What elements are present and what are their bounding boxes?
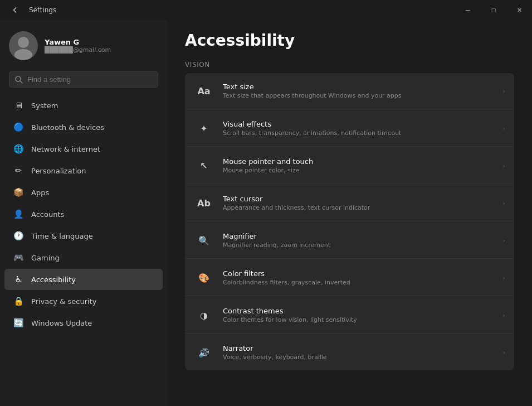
contrast-themes-desc: Color themes for low vision, light sensi… [223,316,494,323]
mouse-pointer-icon: ↖ [194,156,214,176]
title-bar-left: Settings [7,0,56,20]
svg-line-4 [20,81,22,83]
maximize-button[interactable]: □ [481,0,506,20]
accessibility-icon: ♿ [13,274,23,284]
visual-effects-text: Visual effects Scroll bars, transparency… [223,120,494,137]
svg-point-1 [18,37,29,48]
sidebar-item-label-personalization: Personalization [31,167,86,175]
sidebar-item-label-system: System [31,102,58,110]
narrator-icon: 🔊 [194,342,214,362]
sidebar-item-bluetooth[interactable]: 🔵 Bluetooth & devices [4,117,163,138]
windows-update-icon: 🔄 [13,318,23,328]
text-size-chevron: › [503,88,505,95]
settings-item-mouse-pointer[interactable]: ↖ Mouse pointer and touch Mouse pointer … [185,148,514,184]
narrator-chevron: › [503,349,505,356]
mouse-pointer-title: Mouse pointer and touch [223,157,494,166]
section-label: Vision [185,61,514,69]
user-info: Yawen G ██████@gmail.com [45,38,111,54]
app-body: Yawen G ██████@gmail.com 🖥 System 🔵 Blue… [0,20,532,406]
text-size-text: Text size Text size that appears through… [223,83,494,99]
sidebar-item-label-accounts: Accounts [31,210,64,219]
system-icon: 🖥 [13,100,23,110]
time-icon: 🕐 [13,231,23,241]
sidebar-item-label-gaming: Gaming [31,254,60,262]
mouse-pointer-desc: Mouse pointer color, size [223,167,494,174]
close-button[interactable]: ✕ [506,0,532,20]
settings-item-color-filters[interactable]: 🎨 Color filters Colorblindness filters, … [185,260,514,296]
sidebar-item-network[interactable]: 🌐 Network & internet [4,138,163,160]
privacy-icon: 🔒 [13,296,23,306]
text-size-desc: Text size that appears throughout Window… [223,92,494,99]
magnifier-desc: Magnifier reading, zoom increment [223,241,494,249]
magnifier-title: Magnifier [223,232,494,240]
search-box [9,71,158,88]
sidebar-item-label-apps: Apps [31,188,49,197]
settings-item-narrator[interactable]: 🔊 Narrator Voice, verbosity, keyboard, b… [185,335,514,370]
sidebar-item-personalization[interactable]: ✏️ Personalization [4,160,163,181]
color-filters-desc: Colorblindness filters, grayscale, inver… [223,279,494,286]
visual-effects-title: Visual effects [223,120,494,128]
settings-item-contrast-themes[interactable]: ◑ Contrast themes Color themes for low v… [185,297,514,334]
narrator-desc: Voice, verbosity, keyboard, braille [223,354,494,361]
bluetooth-icon: 🔵 [13,122,23,132]
sidebar-item-label-privacy: Privacy & security [31,297,96,306]
back-button[interactable] [7,0,23,20]
sidebar-item-accounts[interactable]: 👤 Accounts [4,204,163,225]
title-bar-title: Settings [29,6,56,14]
sidebar-item-gaming[interactable]: 🎮 Gaming [4,247,163,268]
color-filters-chevron: › [503,274,505,282]
text-cursor-title: Text cursor [223,195,494,203]
network-icon: 🌐 [13,144,23,154]
apps-icon: 📦 [13,187,23,197]
color-filters-title: Color filters [223,269,494,278]
magnifier-icon: 🔍 [194,230,214,250]
search-icon [15,76,23,84]
sidebar-item-accessibility[interactable]: ♿ Accessibility [4,269,163,290]
sidebar-item-label-accessibility: Accessibility [31,276,76,284]
sidebar-item-time[interactable]: 🕐 Time & language [4,225,163,246]
contrast-themes-chevron: › [503,312,505,319]
settings-item-text-cursor[interactable]: Ab Text cursor Appearance and thickness,… [185,185,514,221]
magnifier-chevron: › [503,237,505,244]
text-size-title: Text size [223,83,494,91]
sidebar-nav: 🖥 System 🔵 Bluetooth & devices 🌐 Network… [0,94,167,334]
visual-effects-chevron: › [503,125,505,132]
text-cursor-text: Text cursor Appearance and thickness, te… [223,195,494,211]
settings-item-visual-effects[interactable]: ✦ Visual effects Scroll bars, transparen… [185,110,514,147]
sidebar-item-label-time: Time & language [31,232,93,240]
title-bar-controls: ─ □ ✕ [455,0,532,20]
color-filters-icon: 🎨 [194,268,214,288]
contrast-themes-title: Contrast themes [223,307,494,315]
mouse-pointer-chevron: › [503,162,505,170]
sidebar-item-windows-update[interactable]: 🔄 Windows Update [4,312,163,334]
gaming-icon: 🎮 [13,253,23,263]
sidebar-item-label-windows-update: Windows Update [31,319,92,327]
settings-list: Aa Text size Text size that appears thro… [185,73,514,370]
svg-point-2 [14,49,32,60]
narrator-text: Narrator Voice, verbosity, keyboard, bra… [223,344,494,361]
minimize-button[interactable]: ─ [455,0,481,20]
search-input[interactable] [27,75,152,84]
user-email: ██████@gmail.com [45,46,111,54]
mouse-pointer-text: Mouse pointer and touch Mouse pointer co… [223,157,494,174]
contrast-themes-icon: ◑ [194,305,214,325]
text-cursor-icon: Ab [194,193,214,213]
accounts-icon: 👤 [13,209,23,219]
text-cursor-desc: Appearance and thickness, text cursor in… [223,204,494,211]
content-area: Accessibility Vision Aa Text size Text s… [167,20,532,406]
sidebar-item-apps[interactable]: 📦 Apps [4,182,163,203]
settings-item-text-size[interactable]: Aa Text size Text size that appears thro… [185,73,514,109]
magnifier-text: Magnifier Magnifier reading, zoom increm… [223,232,494,249]
visual-effects-desc: Scroll bars, transparency, animations, n… [223,129,494,137]
sidebar-item-privacy[interactable]: 🔒 Privacy & security [4,291,163,312]
narrator-title: Narrator [223,344,494,352]
user-profile[interactable]: Yawen G ██████@gmail.com [0,20,167,69]
page-title: Accessibility [185,31,514,50]
settings-item-magnifier[interactable]: 🔍 Magnifier Magnifier reading, zoom incr… [185,223,514,259]
user-name: Yawen G [45,38,111,46]
color-filters-text: Color filters Colorblindness filters, gr… [223,269,494,286]
personalization-icon: ✏️ [13,166,23,176]
contrast-themes-text: Contrast themes Color themes for low vis… [223,307,494,323]
text-size-icon: Aa [194,81,214,101]
sidebar-item-system[interactable]: 🖥 System [4,95,163,116]
